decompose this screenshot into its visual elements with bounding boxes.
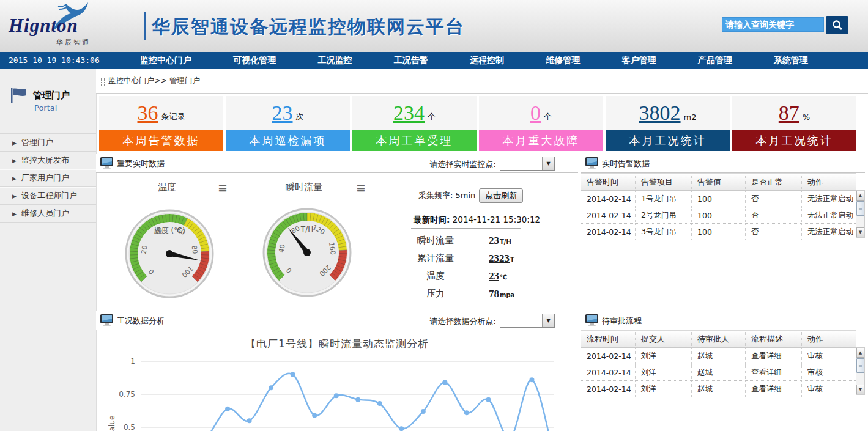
search-input[interactable]	[722, 17, 824, 32]
alarm-table-scrollbar[interactable]: ▲ ≡ ▼	[856, 190, 865, 238]
column-header: 是否正常	[745, 174, 801, 190]
realtime-section-header: 重要实时数据 请选择实时监控点: ▼	[96, 154, 578, 173]
table-cell: 赵城	[691, 348, 745, 364]
reading-label: 瞬时流量	[401, 235, 470, 246]
table-cell: 2014-02-14	[581, 352, 635, 361]
arrow-right-icon: ▶	[12, 188, 17, 205]
table-cell: 查看详细	[745, 348, 801, 364]
sidebar-item-4[interactable]: ▶设备工程师门户	[0, 186, 96, 204]
stat-card-top: 234个	[352, 96, 477, 130]
sidebar-item-2[interactable]: ▶监控大屏发布	[0, 151, 96, 169]
realtime-point-select[interactable]: ▼	[500, 157, 555, 171]
reading-value: 23	[489, 235, 499, 247]
column-header: 告警项目	[635, 174, 691, 190]
sidebar-item-5[interactable]: ▶维修人员门户	[0, 204, 96, 223]
table-cell: 2014-02-14	[581, 211, 635, 220]
temperature-gauge: 020406080100温度 (℃)	[124, 208, 215, 300]
table-cell: 2014-02-14	[581, 368, 635, 377]
header-divider	[144, 12, 146, 40]
table-cell: 否	[745, 191, 801, 207]
svg-text:value: value	[108, 416, 116, 431]
analysis-select-label: 请选择数据分析点:	[430, 316, 496, 327]
stat-card-4[interactable]: 0个本月重大故障	[479, 96, 603, 151]
reading-unit: ℃	[500, 274, 507, 281]
stat-card-1[interactable]: 36条记录本周告警数据	[99, 96, 223, 151]
navbar-timestamp: 2015-10-19 10:43:06	[9, 56, 100, 65]
gauge-menu-icon-flow[interactable]: ≡	[356, 183, 366, 192]
approval-table-scrollbar[interactable]: ▲ ≡ ▼	[856, 347, 865, 395]
search-button[interactable]	[826, 16, 848, 34]
stat-card-2[interactable]: 23次本周巡检漏项	[226, 96, 350, 151]
reading-unit: mpa	[500, 292, 514, 298]
table-cell: 赵城	[691, 364, 745, 380]
scrollbar-thumb[interactable]: ≡	[856, 201, 864, 216]
sidebar-item-3[interactable]: ▶厂家用户门户	[0, 169, 96, 186]
scroll-up-icon[interactable]: ▲	[856, 191, 864, 201]
reading-value-cell: 78mpa	[470, 285, 514, 303]
sidebar-item-label: 监控大屏发布	[21, 155, 69, 164]
table-cell[interactable]: 审核	[801, 381, 856, 397]
table-row: 2014-02-141号龙门吊100否无法正常启动	[581, 191, 856, 207]
stat-card-3[interactable]: 234个本周工单受理	[352, 96, 477, 151]
stat-card-top: 87%	[732, 96, 856, 130]
scroll-down-icon[interactable]: ▼	[856, 385, 864, 394]
table-cell: 2号龙门吊	[635, 207, 691, 223]
gauge-title-temperature: 温度	[158, 182, 176, 193]
table-cell[interactable]: 审核	[801, 348, 856, 364]
nav-item-4[interactable]: 工况告警	[394, 55, 428, 66]
stat-card-value: 36	[138, 101, 158, 125]
nav-item-8[interactable]: 产品管理	[698, 55, 732, 66]
stat-card-5[interactable]: 3802m2本月工况统计	[606, 96, 730, 151]
analysis-point-select[interactable]: ▼	[500, 314, 555, 328]
stat-cards-row: 36条记录本周告警数据23次本周巡检漏项234个本周工单受理0个本月重大故障38…	[99, 96, 859, 151]
stat-card-value: 23	[272, 101, 293, 125]
app-header: Hignton 华辰智通 华辰智通设备远程监控物联网云平台	[0, 0, 868, 53]
alarm-section-header: 实时告警数据	[581, 154, 865, 173]
arrow-right-icon: ▶	[12, 170, 17, 187]
stat-card-unit: %	[803, 112, 810, 122]
nav-item-1[interactable]: 监控中心门户	[140, 55, 191, 66]
flag-icon	[10, 87, 28, 103]
nav-item-2[interactable]: 可视化管理	[233, 55, 276, 66]
stat-card-6[interactable]: 87%本月工况统计	[732, 96, 856, 151]
reading-unit: T/H	[500, 238, 511, 245]
scroll-down-icon[interactable]: ▼	[856, 227, 864, 237]
reading-value-cell: 23℃	[470, 267, 507, 285]
nav-item-7[interactable]: 客户管理	[621, 55, 656, 66]
table-row: 2014-02-14刘洋赵城查看详细审核	[581, 364, 856, 381]
table-cell: 无法正常启动	[801, 191, 856, 207]
nav-item-5[interactable]: 远程控制	[470, 55, 504, 66]
gauge-menu-icon-temperature[interactable]: ≡	[218, 183, 228, 192]
table-header-row: 流程时间提交人待审批人流程描述动作	[581, 330, 856, 348]
table-cell: 100	[691, 191, 745, 207]
table-cell: 100	[691, 224, 745, 240]
stat-card-value: 87	[779, 101, 799, 125]
realtime-section-title: 重要实时数据	[117, 158, 165, 169]
flow-gauge: 04080120160200T/H	[261, 207, 353, 298]
monitor-icon	[585, 314, 599, 327]
stat-card-value: 234	[393, 101, 425, 125]
reading-value: 23	[489, 270, 499, 282]
scrollbar-thumb[interactable]: ≡	[856, 358, 864, 373]
analysis-section-title: 工况数据分析	[117, 315, 165, 326]
sidebar-item-1[interactable]: ▶管理门户	[0, 133, 96, 151]
svg-text:温度 (℃): 温度 (℃)	[154, 226, 185, 235]
table-row: 2014-02-143号龙门吊100否无法正常启动	[581, 224, 856, 240]
stat-card-label: 本周告警数据	[99, 130, 223, 151]
scroll-up-icon[interactable]: ▲	[856, 348, 864, 358]
logo-text: Hignton	[9, 15, 78, 37]
nav-item-3[interactable]: 工况监控	[318, 55, 352, 66]
approval-table: 流程时间提交人待审批人流程描述动作2014-02-14刘洋赵城查看详细审核201…	[581, 330, 865, 397]
refresh-button[interactable]: 点击刷新	[479, 188, 523, 203]
table-cell[interactable]: 审核	[801, 364, 856, 380]
stat-card-unit: 个	[428, 111, 436, 122]
analysis-section-header: 工况数据分析 请选择数据分析点: ▼	[96, 311, 578, 330]
reading-value: 2323	[489, 252, 510, 265]
nav-item-9[interactable]: 系统管理	[774, 55, 808, 66]
reading-value: 78	[489, 288, 499, 300]
sidebar-item-label: 维修人员门户	[21, 208, 69, 218]
navbar-menu: 监控中心门户可视化管理工况监控工况告警远程控制维修管理客户管理产品管理系统管理	[119, 52, 829, 69]
nav-item-6[interactable]: 维修管理	[546, 55, 580, 66]
monitor-icon	[100, 157, 114, 170]
stat-card-unit: 个	[544, 111, 552, 122]
